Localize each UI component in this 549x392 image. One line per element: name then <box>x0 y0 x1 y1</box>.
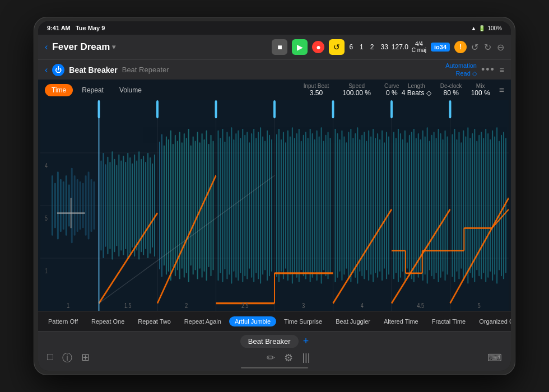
time-sig-bottom: C maj <box>412 47 426 53</box>
settings-icon[interactable]: ⚙ <box>284 352 293 364</box>
svg-rect-142 <box>352 138 353 273</box>
svg-rect-135 <box>337 133 338 278</box>
svg-rect-84 <box>217 130 218 281</box>
svg-rect-48 <box>132 164 133 248</box>
title-chevron-icon[interactable]: ▾ <box>112 43 115 51</box>
preset-artful-jumble[interactable]: Artful Jumble <box>229 316 276 326</box>
svg-rect-130 <box>323 141 324 270</box>
svg-text:2.5: 2.5 <box>241 301 249 309</box>
tab-repeat[interactable]: Repeat <box>75 84 110 96</box>
svg-rect-116 <box>292 127 293 283</box>
wifi-icon: ▲ <box>471 25 477 31</box>
plugin-power-button[interactable]: ⏻ <box>52 64 64 76</box>
plugin-back-button[interactable]: ‹ <box>45 65 48 75</box>
tab-time[interactable]: Time <box>45 84 73 96</box>
param-length: Length 4 Beats ◇ <box>402 83 431 97</box>
svg-rect-67 <box>177 141 178 270</box>
svg-rect-188 <box>460 142 462 269</box>
svg-text:4.5: 4.5 <box>417 301 425 309</box>
preset-beat-juggler[interactable]: Beat Juggler <box>330 316 376 326</box>
browser-icon[interactable]: ⊞ <box>81 351 90 365</box>
pencil-icon[interactable]: ✏ <box>267 352 275 364</box>
svg-rect-205 <box>499 141 500 270</box>
svg-rect-28 <box>80 181 81 230</box>
stop-button[interactable]: ■ <box>272 39 287 55</box>
svg-text:3: 3 <box>302 301 305 309</box>
play-icon: ▶ <box>297 43 303 52</box>
svg-rect-95 <box>242 129 243 282</box>
svg-rect-201 <box>490 139 491 272</box>
info-icon[interactable]: ⓘ <box>62 351 72 365</box>
svg-rect-121 <box>303 135 304 276</box>
waveform-svg: 1 1.5 2 2.5 3 4 4.5 5 4 5 1 <box>40 100 509 311</box>
svg-rect-128 <box>319 136 320 274</box>
preset-fractal-time[interactable]: Fractal Time <box>426 316 472 326</box>
more-options-button[interactable]: ••• <box>481 64 495 76</box>
svg-rect-192 <box>469 138 471 273</box>
svg-rect-199 <box>485 129 486 282</box>
svg-rect-193 <box>472 133 473 278</box>
svg-text:1: 1 <box>67 301 69 309</box>
sub-beat: 2 <box>370 43 374 51</box>
svg-rect-159 <box>393 132 394 279</box>
preset-pattern-off[interactable]: Pattern Off <box>43 316 83 326</box>
svg-rect-115 <box>290 136 291 274</box>
preset-time-surprise[interactable]: Time Surprise <box>278 316 328 326</box>
svg-rect-206 <box>501 135 502 276</box>
svg-rect-140 <box>348 132 349 279</box>
eq-icon[interactable]: ||| <box>302 352 310 364</box>
menu-button[interactable]: ≡ <box>500 66 504 74</box>
tab-volume[interactable]: Volume <box>113 84 148 96</box>
preset-repeat-again[interactable]: Repeat Again <box>179 316 227 326</box>
bpm-display[interactable]: 127.0 <box>392 43 408 51</box>
undo-icon[interactable]: ↺ <box>471 42 478 53</box>
plugin-name: Beat Breaker <box>69 66 117 74</box>
svg-rect-41 <box>116 165 117 246</box>
svg-rect-137 <box>341 130 342 281</box>
preset-organized-chaos[interactable]: Organized Chaos <box>473 316 511 326</box>
svg-rect-17 <box>449 100 452 118</box>
svg-rect-179 <box>438 129 439 282</box>
record-icon: ● <box>316 43 320 52</box>
svg-rect-144 <box>357 127 358 283</box>
svg-rect-27 <box>77 179 78 232</box>
time-display: 9:41 AM <box>47 25 71 31</box>
svg-rect-58 <box>154 155 155 257</box>
redo-icon[interactable]: ↻ <box>484 42 491 53</box>
add-track-row: Beat Breaker + <box>240 335 309 348</box>
svg-rect-102 <box>258 132 259 279</box>
svg-rect-167 <box>411 132 412 279</box>
record-button[interactable]: ● <box>312 41 324 53</box>
bar-number: 6 <box>349 43 353 51</box>
svg-rect-13 <box>215 100 217 118</box>
battery-level: 100% <box>487 25 502 31</box>
svg-rect-93 <box>238 130 239 281</box>
play-button[interactable]: ▶ <box>292 39 308 55</box>
automation-mode[interactable]: Read ◇ <box>445 70 477 77</box>
preset-altered-time[interactable]: Altered Time <box>378 316 424 326</box>
svg-rect-88 <box>226 132 227 279</box>
automation-label: Automation Read ◇ <box>445 62 477 77</box>
io-badge[interactable]: io34 <box>431 43 450 52</box>
svg-rect-141 <box>350 129 351 282</box>
library-icon[interactable]: □ <box>47 351 53 365</box>
svg-rect-123 <box>308 138 309 273</box>
add-track-button[interactable]: + <box>303 335 309 347</box>
waveform-area[interactable]: Tempo <box>40 100 509 311</box>
svg-rect-32 <box>91 179 92 232</box>
svg-rect-122 <box>305 132 306 279</box>
param-menu-icon[interactable]: ≡ <box>499 85 504 95</box>
close-icon[interactable]: ⊖ <box>497 42 504 53</box>
plugin-sub-name: Beat Repeater <box>122 66 169 74</box>
svg-rect-131 <box>325 135 327 276</box>
preset-repeat-one[interactable]: Repeat One <box>86 316 130 326</box>
tick-number: 33 <box>380 43 388 51</box>
svg-rect-171 <box>420 139 421 272</box>
svg-rect-169 <box>416 138 417 273</box>
back-button[interactable]: ‹ <box>45 42 48 52</box>
preset-repeat-two[interactable]: Repeat Two <box>132 316 176 326</box>
svg-rect-162 <box>400 133 401 278</box>
piano-icon[interactable]: ⌨ <box>487 352 502 363</box>
warning-badge[interactable]: ! <box>454 41 467 53</box>
loop-button[interactable]: ↺ <box>329 39 345 55</box>
